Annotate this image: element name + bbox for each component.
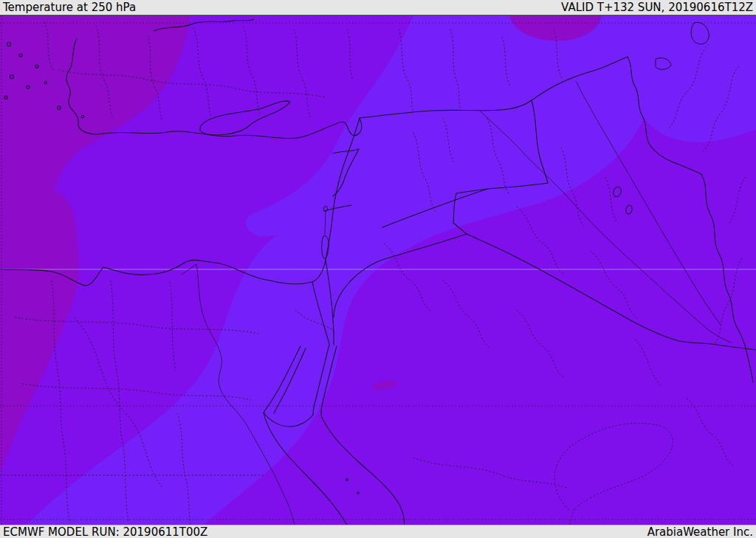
weather-map-viewer: Temperature at 250 hPa VALID T+132 SUN, … <box>0 0 756 538</box>
header-bar: Temperature at 250 hPa VALID T+132 SUN, … <box>0 0 756 15</box>
footer-bar: ECMWF MODEL RUN: 20190611T00Z ArabiaWeat… <box>0 525 756 538</box>
map-canvas <box>0 15 756 525</box>
brand-label: ArabiaWeather Inc. <box>647 526 753 538</box>
model-run-label: ECMWF MODEL RUN: 20190611T00Z <box>3 526 207 538</box>
valid-time-label: VALID T+132 SUN, 20190616T12Z <box>561 1 753 15</box>
weather-map <box>0 15 756 525</box>
map-title: Temperature at 250 hPa <box>3 1 136 15</box>
